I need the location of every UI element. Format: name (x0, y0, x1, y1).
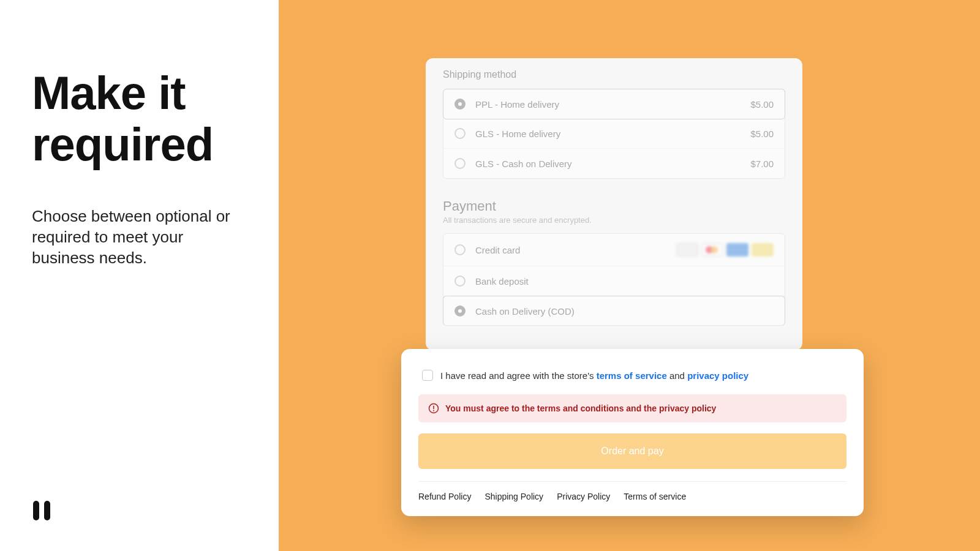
alert-icon (428, 403, 439, 414)
consent-card: I have read and agree with the store's t… (401, 349, 864, 516)
order-and-pay-button[interactable]: Order and pay (418, 433, 846, 469)
consent-mid: and (667, 370, 687, 381)
headline: Make it required (32, 67, 247, 170)
mastercard-icon (701, 243, 723, 257)
shipping-option-label: PPL - Home delivery (475, 99, 750, 110)
radio-icon (454, 128, 466, 139)
payment-heading: Payment (443, 198, 785, 214)
shipping-option[interactable]: PPL - Home delivery $5.00 (443, 89, 785, 119)
payment-option-label: Bank deposit (475, 276, 774, 287)
terms-of-service-link[interactable]: Terms of service (624, 492, 686, 501)
shipping-option-price: $7.00 (750, 159, 774, 169)
shipping-policy-link[interactable]: Shipping Policy (484, 492, 543, 501)
shipping-option-price: $5.00 (750, 129, 774, 139)
svg-rect-1 (44, 501, 50, 520)
radio-icon (454, 158, 466, 169)
shipping-option-price: $5.00 (750, 99, 774, 110)
consent-prefix: I have read and agree with the store's (440, 370, 597, 381)
error-banner: You must agree to the terms and conditio… (418, 394, 846, 422)
visa-icon (676, 243, 698, 257)
payment-option-label: Credit card (475, 245, 676, 255)
tos-link[interactable]: terms of service (597, 370, 667, 381)
shipping-option[interactable]: GLS - Home delivery $5.00 (443, 119, 785, 149)
subheadline: Choose between optional or required to m… (32, 206, 247, 268)
payment-option[interactable]: Credit card (443, 234, 785, 266)
footer-policy-links: Refund Policy Shipping Policy Privacy Po… (418, 481, 846, 501)
payment-options: Credit card Bank deposit (443, 233, 785, 326)
amex-icon (726, 243, 748, 257)
shipping-option[interactable]: GLS - Cash on Delivery $7.00 (443, 149, 785, 178)
checkout-card: Shipping method PPL - Home delivery $5.0… (426, 58, 802, 350)
payment-option[interactable]: Bank deposit (443, 266, 785, 296)
radio-icon (454, 276, 466, 287)
marketing-panel: Make it required Choose between optional… (0, 0, 279, 551)
consent-row[interactable]: I have read and agree with the store's t… (418, 370, 846, 381)
radio-icon (454, 244, 466, 255)
consent-checkbox[interactable] (422, 370, 433, 381)
privacy-link[interactable]: privacy policy (687, 370, 748, 381)
payment-option[interactable]: Cash on Delivery (COD) (443, 296, 785, 326)
brand-logo (32, 498, 51, 525)
card-brand-icons (676, 243, 774, 257)
preview-panel: Shipping method PPL - Home delivery $5.0… (279, 0, 980, 551)
consent-text: I have read and agree with the store's t… (440, 370, 748, 381)
refund-policy-link[interactable]: Refund Policy (418, 492, 471, 501)
radio-icon (454, 305, 466, 317)
privacy-policy-link[interactable]: Privacy Policy (557, 492, 610, 501)
card-icon (752, 243, 774, 257)
radio-icon (454, 99, 466, 110)
payment-option-label: Cash on Delivery (COD) (475, 306, 774, 317)
shipping-heading: Shipping method (443, 69, 785, 80)
shipping-option-label: GLS - Cash on Delivery (475, 159, 750, 169)
error-message: You must agree to the terms and conditio… (445, 403, 716, 413)
svg-point-4 (433, 410, 434, 411)
shipping-options: PPL - Home delivery $5.00 GLS - Home del… (443, 89, 785, 179)
shipping-option-label: GLS - Home delivery (475, 129, 750, 139)
svg-rect-0 (33, 501, 39, 520)
payment-subtext: All transactions are secure and encrypte… (443, 216, 785, 225)
